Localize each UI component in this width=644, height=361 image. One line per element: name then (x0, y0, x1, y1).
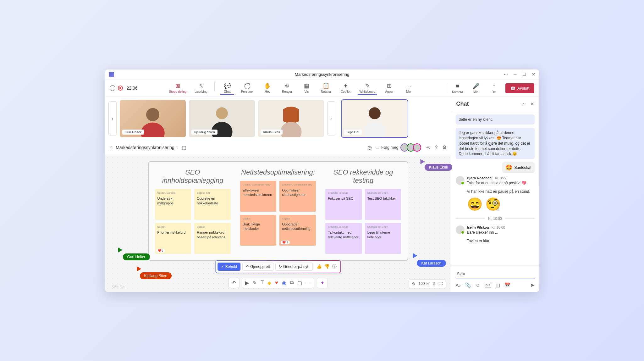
chat-reaction[interactable]: 🤩Santouka! (502, 162, 534, 173)
sticky-note[interactable]: Sanji Brit, Constance FerryOptimaliser s… (279, 181, 316, 212)
cursor-icon (116, 246, 122, 252)
copilot-button[interactable]: ✦Copilot (339, 82, 352, 94)
sticky-note[interactable]: CopilotBruk riktige metakoder (240, 215, 277, 246)
view-button[interactable]: ▦Vis (300, 82, 313, 94)
zoom-out-icon[interactable]: ⊖ (412, 281, 415, 286)
emoji-icon[interactable]: ☺ (476, 282, 480, 288)
more-icon[interactable]: ⋯ (521, 101, 526, 106)
shield-icon[interactable] (110, 85, 115, 91)
camera-button[interactable]: ■Kamera (451, 82, 465, 94)
notes-button[interactable]: 📋Notater (319, 82, 333, 94)
chat-button[interactable]: 💬Chat (220, 82, 234, 95)
whiteboard-button[interactable]: ✎Whiteboard (358, 82, 377, 95)
react-button[interactable]: ☺Reager (280, 82, 294, 94)
stop-sharing-button[interactable]: ⊠Stopp deling (168, 82, 188, 94)
text-icon[interactable]: T (261, 280, 264, 286)
close-icon[interactable]: ✕ (530, 101, 534, 106)
sticker-icon[interactable]: ◫ (496, 282, 500, 288)
sticky-note[interactable]: Charlotte de CrumTa kontakt med relevant… (325, 223, 362, 254)
zoom-in-icon[interactable]: ⊕ (432, 281, 436, 286)
apps-button[interactable]: ⊞Apper (383, 82, 396, 94)
emoji-laugh-icon[interactable]: 😄 (467, 197, 483, 212)
sticky-note[interactable]: Charlotte de CrumFokuser på SEO (325, 189, 362, 220)
sticky-note[interactable]: Charlotte de CrumLegg til interne koblin… (365, 223, 401, 254)
share-button[interactable]: ↑Del (487, 82, 501, 94)
record-icon[interactable] (118, 86, 123, 91)
info-icon[interactable]: ⓘ (332, 264, 337, 269)
leave-button[interactable]: ☎Avslutt (505, 83, 535, 93)
avatar[interactable] (456, 225, 465, 234)
restore-button[interactable]: ↶ Gjenopprett (242, 263, 273, 271)
svg-point-7 (364, 122, 385, 137)
chat-compose-icons: Aᵥ 📎 ☺ GIF ◫ 📅 ➤ (456, 282, 535, 289)
shape-icon[interactable]: ◉ (282, 280, 286, 286)
settings-icon[interactable]: ⚙ (442, 144, 447, 150)
emoji-icon: 🤩 (505, 164, 512, 171)
video-tile-active[interactable]: Silje Dal (342, 100, 408, 137)
attach-icon[interactable]: 📎 (465, 282, 471, 288)
chat-body[interactable]: dette er en ny klient. Jeg er ganske sik… (451, 111, 539, 265)
chat-panel: Chat ⋯ ✕ dette er en ny klient. Jeg er g… (451, 97, 539, 292)
more-icon[interactable]: ⋯ (306, 280, 311, 286)
fit-icon[interactable]: ⛶ (439, 281, 443, 286)
people-button[interactable]: ◯̊Personer (240, 82, 255, 94)
reaction-icon[interactable]: ♥ (275, 280, 278, 286)
gif-icon[interactable]: GIF (485, 283, 491, 287)
pen-icon[interactable]: ✎ (253, 280, 257, 286)
whiteboard-title[interactable]: Markedsføringssynkronisering⌄ (116, 145, 179, 150)
tag-icon[interactable]: ⬚ (182, 145, 186, 150)
scroll-left-button[interactable]: ‹ (108, 101, 117, 136)
sticky-note[interactable]: CopilotOppgrader nettstedsutforming❤️2 (279, 215, 316, 246)
sticky-note[interactable]: Copilot, KatOpprette en nøkkelordliste (194, 189, 231, 220)
sticky-note[interactable]: Copilot, Constance FerryEffektiviser net… (240, 181, 277, 212)
avatar-more-count[interactable]: +6 (426, 145, 431, 150)
scroll-right-button[interactable]: › (327, 101, 335, 136)
image-icon[interactable]: ▢ (297, 280, 302, 286)
send-icon[interactable]: ➤ (530, 282, 535, 289)
chat-input[interactable] (456, 269, 535, 279)
copilot-icon[interactable]: ✦ (320, 280, 324, 286)
chat-input-area: Aᵥ 📎 ☺ GIF ◫ 📅 ➤ (451, 265, 539, 292)
share-icon[interactable]: ⇪ (434, 144, 438, 150)
divider (446, 83, 446, 93)
more-button[interactable]: ⋯Mer (402, 82, 416, 94)
board-column: SEO rekkevidde og testing Charlotte de C… (325, 168, 401, 254)
left-column: ‹ Guri Holter Kjellaug Stien Klaus Ekeli… (105, 97, 451, 292)
sticky-note[interactable]: CopilotRanger nøkkelord basert på releva… (194, 223, 231, 254)
participant-name: Klaus Ekeli (261, 130, 283, 135)
avatar-stack[interactable] (402, 143, 421, 152)
video-tile[interactable]: Guri Holter (120, 100, 186, 137)
sticky-note[interactable]: Copilot, DanieleUndersøk målgruppe (155, 189, 191, 220)
video-tile[interactable]: Klaus Ekeli (258, 100, 324, 137)
sticky-note[interactable]: CopilotPrioriter nøkkelord❤️2 (155, 223, 191, 254)
sticky-note[interactable]: Charlotte de CrumTest SEO-taktikker (365, 189, 401, 220)
whiteboard-canvas[interactable]: SEO innholdsplanlegging Copilot, Daniele… (105, 155, 451, 292)
popout-button[interactable]: ⇱Løsriving (193, 82, 209, 94)
timer-icon[interactable]: ◷ (367, 144, 372, 150)
minimize-icon[interactable]: ─ (514, 72, 516, 77)
pointer-icon[interactable]: ▶ (245, 280, 249, 286)
thumbs-up-icon[interactable]: 👍 (316, 264, 322, 269)
home-icon[interactable]: ⌂ (110, 145, 113, 150)
format-icon[interactable]: Aᵥ (456, 282, 461, 288)
undo-icon[interactable]: ↶ (232, 280, 236, 286)
link-icon[interactable]: ⧉ (290, 280, 294, 286)
mic-button[interactable]: 🎤Mic (469, 82, 483, 94)
note-icon[interactable]: ◆ (267, 280, 271, 286)
thumbs-down-icon[interactable]: 👎 (324, 264, 330, 269)
regenerate-button[interactable]: ↻ Generer på nytt (275, 263, 313, 271)
video-tile[interactable]: Kjellaug Stien (189, 100, 255, 137)
cursor-label: Kjellaug Stien (140, 272, 172, 279)
schedule-icon[interactable]: 📅 (504, 282, 510, 288)
maximize-icon[interactable]: ☐ (522, 72, 526, 77)
avatar[interactable] (456, 176, 465, 185)
emoji-monocle-icon[interactable]: 🧐 (485, 197, 501, 212)
more-icon[interactable]: ⋯ (504, 72, 508, 77)
ai-feedback: 👍 👎 ⓘ (315, 264, 339, 269)
note-reaction[interactable]: ❤️2 (281, 241, 289, 244)
keep-button[interactable]: ✓ Behold (217, 263, 240, 271)
follow-me-button[interactable]: ▭Følg meg (376, 145, 399, 150)
note-reaction[interactable]: ❤️2 (156, 249, 165, 253)
raise-hand-button[interactable]: ✋Hev (261, 82, 274, 94)
close-icon[interactable]: ✕ (532, 72, 535, 77)
